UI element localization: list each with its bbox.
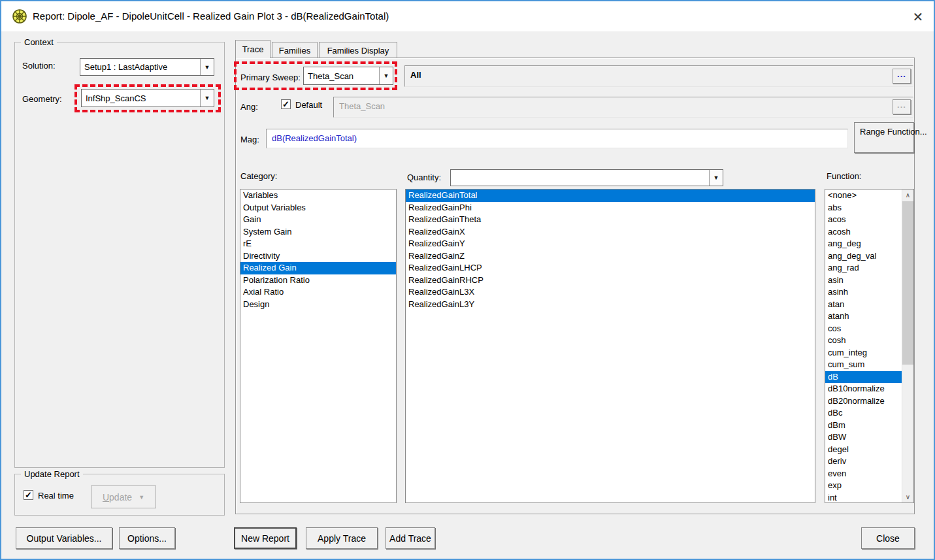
list-item[interactable]: Gain [240,214,396,226]
list-item[interactable]: cosh [825,335,902,347]
list-item[interactable]: RealizedGainY [406,238,815,250]
sweep-values-text: All [410,70,421,80]
realtime-label: Real time [38,491,74,501]
list-item[interactable]: RealizedGainX [406,226,815,239]
update-report-legend: Update Report [21,469,83,479]
default-checkbox[interactable]: ✓ [281,99,291,109]
list-item[interactable]: atan [825,299,902,311]
scroll-down-icon[interactable]: ∨ [902,491,913,502]
quantity-combobox[interactable]: ▼ [450,169,723,186]
range-function-button[interactable]: Range Function... [854,122,914,153]
update-button-label: Update [103,492,132,502]
list-item[interactable]: asin [825,274,902,287]
scrollbar-thumb[interactable] [902,201,913,365]
function-list[interactable]: ∧ ∨ <none>absacosacoshang_degang_deg_val… [825,189,914,503]
list-item[interactable]: RealizedGainRHCP [406,274,815,287]
report-icon [12,8,27,24]
list-item[interactable]: even [825,468,902,480]
mag-label: Mag: [240,135,259,144]
titlebar: Report: Dipole_AF - DipoleUnitCell - Rea… [1,1,934,31]
sweep-values-field[interactable]: All [404,65,913,87]
chevron-down-icon[interactable]: ▼ [709,170,723,186]
list-item[interactable]: acosh [825,226,902,239]
chevron-down-icon[interactable]: ▼ [200,59,214,75]
list-item[interactable]: Output Variables [240,202,396,214]
primary-sweep-value: Theta_Scan [304,67,379,84]
new-report-button[interactable]: New Report [234,527,297,549]
list-item[interactable]: dB [825,371,902,384]
list-item[interactable]: cum_sum [825,359,902,371]
list-item[interactable]: ang_rad [825,262,902,274]
quantity-label: Quantity: [407,173,441,182]
apply-trace-button[interactable]: Apply Trace [306,527,378,549]
default-checkbox-label: Default [295,100,322,110]
list-item[interactable]: dB10normalize [825,383,902,395]
options-button[interactable]: Options... [119,527,175,549]
window-title: Report: Dipole_AF - DipoleUnitCell - Rea… [33,10,389,22]
list-item[interactable]: asinh [825,286,902,299]
list-item[interactable]: Realized Gain [240,262,396,274]
scroll-up-icon[interactable]: ∧ [902,189,913,201]
list-item[interactable]: int [825,492,902,504]
list-item[interactable]: RealizedGainZ [406,250,815,263]
list-item[interactable]: RealizedGainTheta [406,214,815,226]
report-dialog: Report: Dipole_AF - DipoleUnitCell - Rea… [0,0,935,560]
geometry-combobox[interactable]: InfShp_ScanCS ▼ [81,89,214,107]
function-label: Function: [827,171,861,181]
list-item[interactable]: RealizedGainL3X [406,286,815,299]
ang-label: Ang: [240,102,258,112]
mag-field[interactable]: dB(RealizedGainTotal) [266,129,848,148]
list-item[interactable]: Axial Ratio [240,286,396,299]
ang-field-text: Theta_Scan [339,101,385,111]
list-item[interactable]: abs [825,202,902,214]
chevron-down-icon: ▼ [139,494,144,501]
list-item[interactable]: rE [240,238,396,250]
ang-field: Theta_Scan [333,97,913,118]
list-item[interactable]: ang_deg_val [825,250,902,263]
tab-families-display[interactable]: Families Display [319,42,397,58]
chevron-down-icon[interactable]: ▼ [379,67,393,84]
quantity-list[interactable]: RealizedGainTotalRealizedGainPhiRealized… [405,189,815,503]
tab-trace[interactable]: Trace [235,40,271,58]
range-function-label: Range Function... [860,125,927,138]
list-item[interactable]: ang_deg [825,238,902,250]
close-icon[interactable]: ✕ [907,7,929,27]
list-item[interactable]: RealizedGainPhi [406,202,815,214]
list-item[interactable]: Polarization Ratio [240,274,396,287]
list-item[interactable]: <none> [825,189,902,202]
category-list[interactable]: VariablesOutput VariablesGainSystem Gain… [240,189,397,503]
list-item[interactable]: dBW [825,431,902,444]
list-item[interactable]: Directivity [240,250,396,263]
checkmark-icon: ✓ [25,491,32,499]
function-scrollbar[interactable]: ∧ ∨ [902,189,913,502]
list-item[interactable]: RealizedGainTotal [406,189,815,202]
list-item[interactable]: dBc [825,407,902,420]
chevron-down-icon[interactable]: ▼ [200,90,214,107]
mag-field-text: dB(RealizedGainTotal) [272,133,357,143]
add-trace-button[interactable]: Add Trace [385,527,435,549]
list-item[interactable]: Variables [240,189,396,202]
tab-families[interactable]: Families [272,42,318,58]
primary-sweep-combobox[interactable]: Theta_Scan ▼ [303,67,393,85]
list-item[interactable]: dBm [825,420,902,432]
list-item[interactable]: Design [240,299,396,311]
sweep-values-browse-button[interactable]: ... [893,69,911,84]
realtime-checkbox[interactable]: ✓ [24,490,33,500]
list-item[interactable]: dB20normalize [825,395,902,408]
list-item[interactable]: cos [825,323,902,335]
close-button[interactable]: Close [861,527,915,549]
list-item[interactable]: degel [825,444,902,456]
solution-combobox[interactable]: Setup1 : LastAdaptive ▼ [80,58,214,76]
update-button: Update ▼ [91,486,156,508]
ang-browse-button: ... [893,99,911,114]
list-item[interactable]: atanh [825,310,902,323]
primary-sweep-label: Primary Sweep: [240,73,301,82]
list-item[interactable]: cum_integ [825,347,902,359]
list-item[interactable]: exp [825,480,902,492]
list-item[interactable]: deriv [825,455,902,468]
list-item[interactable]: acos [825,214,902,226]
output-variables-button[interactable]: Output Variables... [16,527,112,549]
list-item[interactable]: RealizedGainLHCP [406,262,815,274]
list-item[interactable]: System Gain [240,226,396,239]
list-item[interactable]: RealizedGainL3Y [406,299,815,311]
